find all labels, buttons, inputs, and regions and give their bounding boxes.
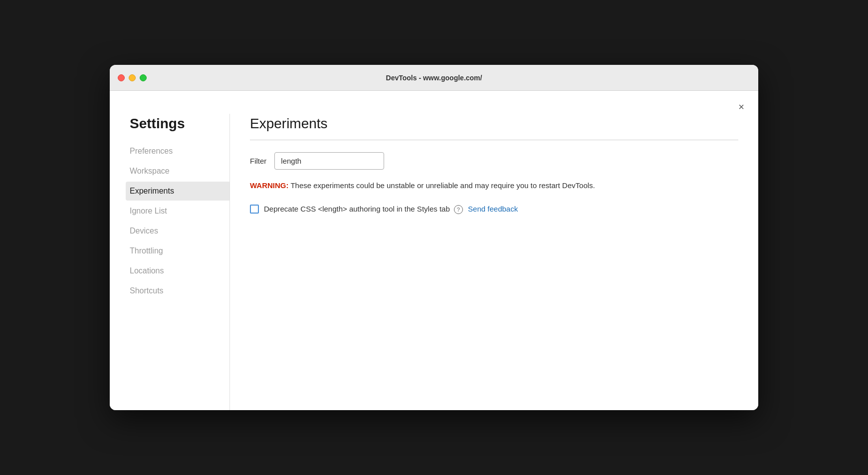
main-header: Experiments bbox=[250, 114, 738, 132]
close-button[interactable]: × bbox=[736, 100, 746, 114]
sidebar-item-locations[interactable]: Locations bbox=[130, 261, 229, 280]
sidebar-item-experiments[interactable]: Experiments bbox=[126, 182, 229, 201]
send-feedback-link[interactable]: Send feedback bbox=[468, 205, 518, 213]
close-traffic-light[interactable] bbox=[118, 74, 125, 81]
sidebar-item-shortcuts[interactable]: Shortcuts bbox=[130, 281, 229, 300]
sidebar: Settings Preferences Workspace Experimen… bbox=[110, 114, 229, 410]
close-btn-row: × bbox=[110, 91, 758, 114]
sidebar-item-workspace[interactable]: Workspace bbox=[130, 162, 229, 181]
sidebar-nav: Preferences Workspace Experiments Ignore… bbox=[130, 142, 229, 300]
section-divider bbox=[250, 140, 738, 140]
browser-window: DevTools - www.google.com/ × Settings Pr… bbox=[110, 65, 758, 410]
filter-input[interactable] bbox=[274, 152, 384, 170]
sidebar-item-ignore-list[interactable]: Ignore List bbox=[130, 202, 229, 221]
sidebar-item-devices[interactable]: Devices bbox=[130, 222, 229, 240]
experiment-row: Deprecate CSS <length> authoring tool in… bbox=[250, 204, 738, 215]
window-title: DevTools - www.google.com/ bbox=[386, 74, 482, 82]
filter-label: Filter bbox=[250, 157, 266, 165]
title-bar: DevTools - www.google.com/ bbox=[110, 65, 758, 91]
page-title: Experiments bbox=[250, 116, 328, 132]
main-content: Experiments Filter WARNING: These experi… bbox=[229, 114, 758, 410]
settings-dialog: × Settings Preferences Workspace Experim… bbox=[110, 91, 758, 410]
experiment-label: Deprecate CSS <length> authoring tool in… bbox=[264, 204, 518, 215]
warning-label: WARNING: bbox=[250, 181, 289, 190]
experiment-checkbox[interactable] bbox=[250, 205, 259, 214]
maximize-traffic-light[interactable] bbox=[140, 74, 147, 81]
warning-body: These experiments could be unstable or u… bbox=[289, 181, 595, 190]
warning-text: WARNING: These experiments could be unst… bbox=[250, 180, 738, 192]
dialog-body: Settings Preferences Workspace Experimen… bbox=[110, 114, 758, 410]
sidebar-item-throttling[interactable]: Throttling bbox=[130, 241, 229, 260]
filter-row: Filter bbox=[250, 152, 738, 170]
sidebar-title: Settings bbox=[130, 114, 229, 132]
minimize-traffic-light[interactable] bbox=[129, 74, 136, 81]
sidebar-item-preferences[interactable]: Preferences bbox=[130, 142, 229, 161]
traffic-lights bbox=[118, 74, 147, 81]
help-icon[interactable]: ? bbox=[454, 205, 463, 214]
